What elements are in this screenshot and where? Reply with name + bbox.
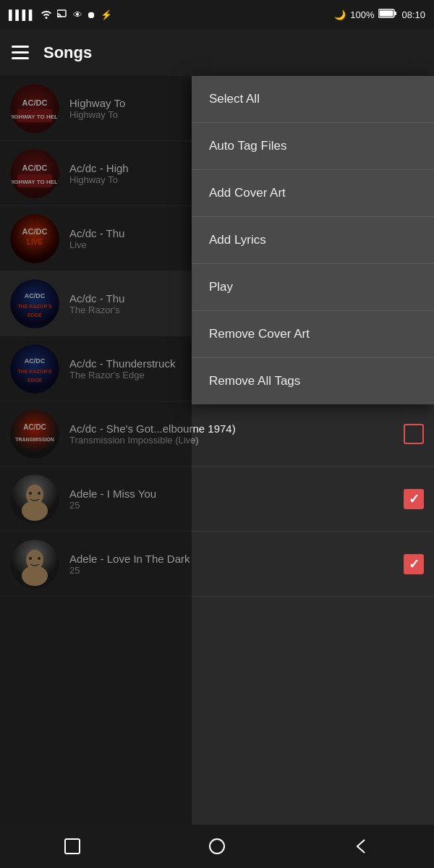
svg-text:TRANSMISSION: TRANSMISSION [15,437,54,442]
wifi-icon [40,9,53,21]
svg-text:THE RAZOR'S: THE RAZOR'S [17,304,51,309]
svg-rect-2 [394,12,396,15]
svg-text:AC/DC: AC/DC [22,163,48,172]
svg-text:AC/DC: AC/DC [22,227,48,236]
context-menu: Select AllAuto Tag FilesAdd Cover ArtAdd… [192,76,434,404]
song-info: Adele - Love In The Dark 25 [69,553,404,576]
song-item-8[interactable]: Adele - Love In The Dark 25 [0,532,434,597]
battery-icon [378,9,397,20]
usb-icon: ⚡ [101,9,112,20]
svg-text:AC/DC: AC/DC [23,423,46,431]
menu-item-remove-all-tags[interactable]: Remove All Tags [192,358,434,404]
song-checkbox[interactable] [404,424,424,444]
album-art: AC/DC LIVE [10,214,59,263]
svg-point-28 [22,501,48,521]
svg-point-34 [29,557,32,560]
nav-circle-button[interactable] [204,833,230,859]
svg-point-30 [38,492,41,495]
album-art: AC/DC THE RAZOR'S EDGE [10,279,59,328]
app-header: Songs [0,29,434,76]
svg-point-4 [10,84,59,133]
svg-rect-36 [65,839,80,854]
status-bar: ▌▌▌▌ 👁 ⏺ ⚡ 🌙 100% 08:10 [0,0,434,29]
svg-text:HIGHWAY TO HELL: HIGHWAY TO HELL [10,179,59,185]
song-album: 25 [69,565,404,576]
song-checkbox[interactable] [404,489,424,509]
album-art: AC/DC HIGHWAY TO HELL [10,84,59,133]
signal-icon: ▌▌▌▌ [9,9,35,20]
svg-point-8 [10,149,59,198]
menu-item-remove-cover-art[interactable]: Remove Cover Art [192,311,434,358]
song-title: Adele - Love In The Dark [69,553,404,565]
song-album: 25 [69,500,404,511]
svg-point-29 [29,492,32,495]
svg-point-23 [10,409,59,459]
record-icon: ⏺ [87,9,96,20]
svg-text:LIVE: LIVE [27,238,43,246]
album-art [10,540,59,589]
time-display: 08:10 [401,9,425,20]
svg-text:HIGHWAY TO HELL: HIGHWAY TO HELL [10,114,59,120]
song-info: Adele - I Miss You 25 [69,488,404,511]
menu-item-auto-tag[interactable]: Auto Tag Files [192,123,434,170]
svg-point-33 [22,566,48,586]
song-item-7[interactable]: Adele - I Miss You 25 [0,467,434,532]
cast-icon [57,9,69,21]
svg-text:THE RAZOR'S: THE RAZOR'S [17,369,51,374]
page-title: Songs [43,43,92,62]
svg-text:AC/DC: AC/DC [25,292,46,299]
song-item-6[interactable]: AC/DC TRANSMISSION Ac/dc - She's Got...e… [0,401,434,467]
menu-item-play[interactable]: Play [192,264,434,311]
song-title: Adele - I Miss You [69,488,404,500]
album-art [10,475,59,524]
svg-text:EDGE: EDGE [27,312,42,318]
status-right: 🌙 100% 08:10 [334,9,425,20]
moon-icon: 🌙 [334,9,346,20]
menu-item-add-lyrics[interactable]: Add Lyrics [192,217,434,264]
svg-point-35 [38,557,41,560]
menu-item-add-cover-art[interactable]: Add Cover Art [192,170,434,217]
status-left: ▌▌▌▌ 👁 ⏺ ⚡ [9,9,112,21]
song-checkbox[interactable] [404,554,424,574]
album-art: AC/DC THE RAZOR'S EDGE [10,344,59,393]
svg-text:AC/DC: AC/DC [22,98,48,107]
nav-square-button[interactable] [59,833,85,859]
album-art: AC/DC HIGHWAY TO HELL [10,149,59,198]
eye-icon: 👁 [73,9,82,20]
menu-item-select-all[interactable]: Select All [192,76,434,123]
svg-point-37 [210,839,224,854]
album-art: AC/DC TRANSMISSION [10,409,59,459]
svg-rect-3 [380,11,393,17]
song-title: Ac/dc - She's Got...elbourne 1974) [69,422,404,435]
nav-back-button[interactable] [349,833,375,859]
svg-text:AC/DC: AC/DC [25,357,46,365]
song-info: Ac/dc - She's Got...elbourne 1974) Trans… [69,422,404,446]
battery-text: 100% [350,9,374,20]
song-album: Transmission Impossible (Live) [69,435,404,446]
hamburger-menu[interactable] [12,46,29,59]
navigation-bar [0,825,434,868]
svg-text:EDGE: EDGE [27,378,42,383]
